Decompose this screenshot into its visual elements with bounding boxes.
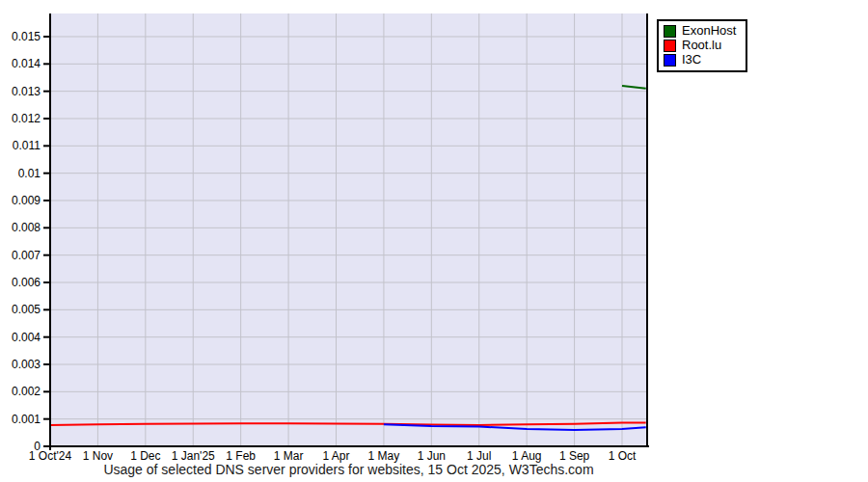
legend-label-i3c: I3C [682,53,701,67]
x-axis-tick-label: 1 Mar [274,449,304,463]
x-axis-tick-label: 1 Jun [418,449,446,463]
y-axis-tick-label: 0.006 [12,276,41,289]
chart-title: Usage of selected DNS server providers f… [50,462,647,477]
x-axis-tick-label: 1 Oct [609,449,637,463]
y-axis-tick-label: 0.009 [12,194,41,207]
x-axis-tick-label: 1 May [368,449,400,463]
y-axis-tick-label: 0.012 [12,112,41,125]
legend-label-rootlu: Root.lu [682,39,721,52]
x-axis-tick-label: 1 Sep [559,449,590,463]
y-axis-tick-label: 0.007 [12,249,41,262]
y-axis-tick-label: 0.011 [13,139,41,152]
legend: ExonHost Root.lu I3C [657,19,747,72]
x-axis-tick-label: 1 Jul [467,449,491,463]
exonhost-swatch-icon [664,25,676,38]
x-axis-tick-label: 1 Feb [226,449,256,463]
x-axis-tick-label: 1 Aug [512,449,542,463]
legend-item-exonhost: ExonHost [664,24,736,38]
i3c-swatch-icon [664,54,676,67]
chart-container: 00.0010.0020.0030.0040.0050.0060.0070.00… [0,0,868,482]
rootlu-swatch-icon [664,40,676,52]
y-axis-tick-label: 0.014 [12,57,41,70]
y-axis-tick-label: 0.004 [12,331,41,344]
legend-item-rootlu: Root.lu [664,39,736,52]
x-axis-tick-label: 1 Apr [322,449,349,463]
y-axis-tick-label: 0.001 [12,413,41,426]
y-axis-tick-label: 0.003 [12,358,41,371]
plot-area [50,13,647,446]
y-axis-tick-label: 0.005 [12,303,41,316]
y-axis-tick-label: 0.008 [12,221,41,234]
y-axis-tick-label: 0.002 [12,385,41,398]
x-axis-tick-label: 1 Oct'24 [29,449,72,463]
y-axis-tick-label: 0.01 [18,167,41,180]
chart-canvas: 00.0010.0020.0030.0040.0050.0060.0070.00… [0,0,868,482]
x-axis-tick-label: 1 Jan'25 [172,449,215,463]
y-axis-tick-label: 0.015 [12,30,41,43]
legend-item-i3c: I3C [664,53,736,67]
legend-label-exonhost: ExonHost [682,24,736,38]
x-axis-tick-label: 1 Dec [130,449,160,463]
y-axis-tick-label: 0.013 [12,85,41,98]
x-axis-tick-label: 1 Nov [83,449,113,463]
